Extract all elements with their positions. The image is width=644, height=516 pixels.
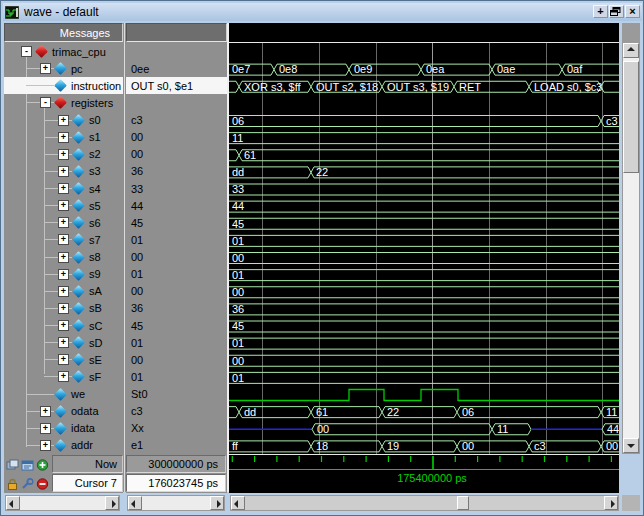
value-row-s4[interactable]: 33 [126, 180, 227, 197]
wave-scroll-right-button[interactable] [604, 496, 618, 510]
tree-row-idata[interactable]: +idata [4, 420, 123, 437]
value-row-sD[interactable]: 01 [126, 334, 227, 351]
expand-box-s8[interactable]: + [58, 252, 69, 263]
cursor-row-label-cell[interactable]: Cursor 7 [52, 474, 123, 492]
expand-box-s1[interactable]: + [58, 132, 69, 143]
value-row-s6[interactable]: 45 [126, 214, 227, 231]
expand-box-odata[interactable]: + [40, 406, 51, 417]
value-row-s3[interactable]: 36 [126, 163, 227, 180]
tree-row-s5[interactable]: +s5 [4, 197, 123, 214]
expand-box-sF[interactable]: + [58, 371, 69, 382]
tree-row-pc[interactable]: +pc [4, 60, 123, 77]
wave-row-we[interactable] [229, 390, 619, 401]
tree-row-s7[interactable]: +s7 [4, 231, 123, 248]
wave-scroll-down-button[interactable] [623, 438, 639, 453]
tree-row-s2[interactable]: +s2 [4, 146, 123, 163]
tree-row-s4[interactable]: +s4 [4, 180, 123, 197]
value-row-instruction[interactable]: OUT s0, $e1 [126, 77, 227, 94]
wave-vscroll-thumb[interactable] [623, 61, 639, 173]
tree-row-odata[interactable]: +odata [4, 403, 123, 420]
wave-row-sF[interactable]: 01 [229, 372, 619, 384]
value-row-sB[interactable]: 36 [126, 300, 227, 317]
expand-box-sB[interactable]: + [58, 303, 69, 314]
value-row-s1[interactable]: 00 [126, 129, 227, 146]
value-row-addr[interactable]: e1 [126, 437, 227, 454]
tree-row-sD[interactable]: +sD [4, 334, 123, 351]
tree-row-s9[interactable]: +s9 [4, 266, 123, 283]
wave-scroll-up-button[interactable] [623, 43, 639, 58]
value-row-registers[interactable] [126, 94, 227, 111]
timeline-ruler[interactable]: 175400000 ps [229, 454, 619, 493]
value-row-s7[interactable]: 01 [126, 231, 227, 248]
wave-row-s8[interactable]: 00 [229, 252, 619, 264]
expand-box-sC[interactable]: + [58, 320, 69, 331]
wave-row-pc[interactable]: 0e70e80e90ea0ae0af [229, 63, 619, 75]
wave-row-sD[interactable]: 01 [229, 337, 619, 349]
value-row-odata[interactable]: c3 [126, 403, 227, 420]
expand-box-idata[interactable]: + [40, 423, 51, 434]
expand-box-pc[interactable]: + [40, 63, 51, 74]
value-row-we[interactable]: St0 [126, 386, 227, 403]
restore-button[interactable] [609, 5, 624, 18]
value-row-sA[interactable]: 00 [126, 283, 227, 300]
wave-row-s7[interactable]: 01 [229, 235, 619, 247]
tree-row-addr[interactable]: +addr [4, 437, 123, 454]
tree-row-s3[interactable]: +s3 [4, 163, 123, 180]
wave-row-s5[interactable]: 44 [229, 200, 619, 212]
tree-row-we[interactable]: we [4, 386, 123, 403]
values-hscrollbar[interactable] [127, 495, 225, 511]
wave-row-s2[interactable]: 61 [229, 149, 619, 161]
values-scroll-left-button[interactable] [128, 496, 142, 510]
value-row-sF[interactable]: 01 [126, 368, 227, 385]
names-hscrollbar[interactable] [5, 495, 120, 511]
wave-row-sC[interactable]: 45 [229, 320, 619, 332]
titlebar[interactable]: wave - default + × [3, 3, 642, 21]
tree-row-sB[interactable]: +sB [4, 300, 123, 317]
value-row-s9[interactable]: 01 [126, 266, 227, 283]
tree-row-sC[interactable]: +sC [4, 317, 123, 334]
tree-row-sE[interactable]: +sE [4, 351, 123, 368]
tree-row-s1[interactable]: +s1 [4, 129, 123, 146]
wave-row-addr[interactable]: ff181900c300 [229, 440, 619, 452]
value-row-s8[interactable]: 00 [126, 249, 227, 266]
tree-row-s8[interactable]: +s8 [4, 249, 123, 266]
expand-box-s7[interactable]: + [58, 234, 69, 245]
wave-row-odata[interactable]: dd61220611 [229, 406, 619, 418]
messages-header[interactable]: Messages [4, 23, 123, 42]
value-row-s5[interactable]: 44 [126, 197, 227, 214]
value-row-trimac_cpu[interactable] [126, 43, 227, 60]
wave-row-sA[interactable]: 00 [229, 286, 619, 298]
expand-box-s4[interactable]: + [58, 183, 69, 194]
expand-box-s9[interactable]: + [58, 269, 69, 280]
value-row-sE[interactable]: 00 [126, 351, 227, 368]
dock-button[interactable]: + [593, 5, 608, 18]
expand-box-s0[interactable]: + [58, 115, 69, 126]
wave-row-instruction[interactable]: XOR s3, $ffOUT s2, $18OUT s3, $19RETLOAD… [229, 81, 619, 93]
lock-cursor-button[interactable] [6, 478, 19, 490]
tree-row-sA[interactable]: +sA [4, 283, 123, 300]
tree-row-registers[interactable]: -registers [4, 94, 123, 111]
tree-row-s0[interactable]: +s0 [4, 112, 123, 129]
expand-box-s5[interactable]: + [58, 200, 69, 211]
values-header[interactable] [126, 23, 227, 42]
expand-box-addr[interactable]: + [40, 440, 51, 451]
expand-box-s6[interactable]: + [58, 217, 69, 228]
expand-box-s3[interactable]: + [58, 166, 69, 177]
delete-cursor-button[interactable] [36, 478, 49, 490]
value-row-sC[interactable]: 45 [126, 317, 227, 334]
value-row-s2[interactable]: 00 [126, 146, 227, 163]
tree-row-instruction[interactable]: instruction [4, 77, 123, 94]
tree-row-trimac_cpu[interactable]: -trimac_cpu [4, 43, 123, 60]
values-scroll-right-button[interactable] [210, 496, 224, 510]
wave-row-sE[interactable]: 00 [229, 355, 619, 367]
wave-row-s6[interactable]: 45 [229, 218, 619, 230]
wave-vscrollbar[interactable] [622, 42, 640, 454]
tree-row-s6[interactable]: +s6 [4, 214, 123, 231]
wave-row-idata[interactable]: 001144 [229, 423, 619, 435]
close-button[interactable]: × [625, 5, 640, 18]
names-scroll-left-button[interactable] [6, 496, 20, 510]
names-scroll-right-button[interactable] [105, 496, 119, 510]
expand-box-sE[interactable]: + [58, 354, 69, 365]
wave-row-s1[interactable]: 11 [229, 132, 619, 144]
wave-scroll-left-button[interactable] [231, 496, 245, 510]
